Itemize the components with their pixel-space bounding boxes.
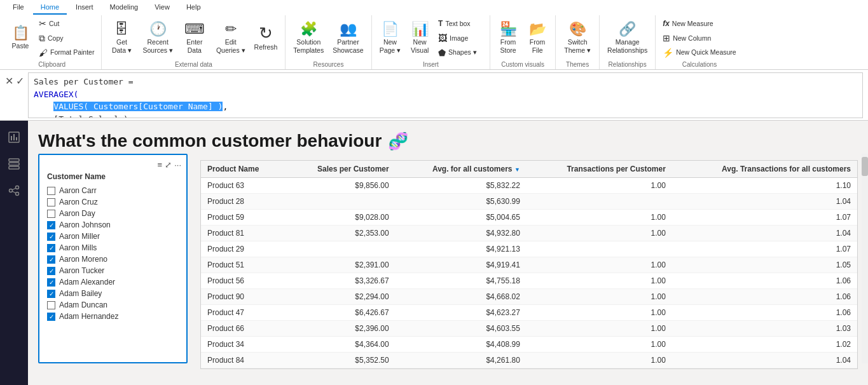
cut-button[interactable]: ✂ Cut: [36, 17, 97, 30]
new-quick-measure-button[interactable]: ⚡ New Quick Measure: [659, 46, 740, 59]
from-store-button[interactable]: 🏪 FromStore: [494, 17, 522, 60]
cell-avg: $5,004.65: [396, 210, 527, 226]
sidebar-icon-report[interactable]: [3, 126, 25, 149]
slicer-checkbox[interactable]: [47, 301, 55, 309]
svg-rect-3: [16, 137, 17, 140]
slicer-checkbox[interactable]: [47, 198, 55, 206]
text-box-button[interactable]: T Text box: [435, 17, 486, 30]
refresh-button[interactable]: ↻ Refresh: [251, 17, 282, 60]
get-data-button[interactable]: 🗄 GetData ▾: [106, 17, 137, 60]
tab-modeling[interactable]: Modeling: [102, 1, 146, 15]
slicer-checkbox[interactable]: ✓: [47, 290, 55, 298]
slicer-item[interactable]: Adam Duncan: [45, 299, 181, 311]
formula-confirm-button[interactable]: ✓: [16, 75, 24, 87]
slicer-item[interactable]: ✓Adam Bailey: [45, 288, 181, 299]
slicer-item-label: Aaron Johnson: [59, 220, 111, 229]
slicer-checkbox[interactable]: [47, 210, 55, 218]
slicer-item-label: Aaron Mills: [59, 243, 97, 252]
cell-product: Product 34: [201, 337, 285, 353]
cell-product: Product 51: [201, 257, 285, 273]
new-quick-measure-icon: ⚡: [663, 48, 673, 57]
tab-file[interactable]: File: [5, 1, 32, 15]
image-button[interactable]: 🖼 Image: [435, 32, 486, 44]
paste-label: Paste: [12, 42, 29, 50]
recent-sources-button[interactable]: 🕐 RecentSources ▾: [139, 17, 176, 60]
slicer-checkbox[interactable]: ✓: [47, 255, 55, 264]
scrollbar-thumb[interactable]: [862, 157, 868, 176]
slicer-item[interactable]: ✓Aaron Mills: [45, 242, 181, 253]
vertical-scrollbar[interactable]: [862, 154, 868, 363]
slicer-item[interactable]: Aaron Cruz: [45, 196, 181, 208]
tab-help[interactable]: Help: [179, 1, 209, 15]
tab-home[interactable]: Home: [33, 1, 67, 15]
slicer-more-icon[interactable]: ···: [174, 160, 181, 170]
new-page-button[interactable]: 📄 NewPage ▾: [376, 17, 404, 60]
slicer-item[interactable]: ✓Adam Hernandez: [45, 311, 181, 322]
cell-sales: $9,028.00: [285, 210, 395, 226]
slicer-item[interactable]: ✓Aaron Moreno: [45, 253, 181, 265]
solution-templates-button[interactable]: 🧩 SolutionTemplates: [289, 17, 327, 60]
slicer-item[interactable]: Aaron Carr: [45, 185, 181, 196]
page-title-text: What's the common customer behaviour: [38, 131, 382, 151]
cell-avg-trans: 1.10: [672, 178, 857, 194]
slicer-checkbox[interactable]: ✓: [47, 313, 55, 321]
new-visual-button[interactable]: 📊 NewVisual: [406, 17, 434, 60]
cell-avg: $4,668.02: [396, 289, 527, 305]
slicer-item[interactable]: ✓Adam Alexander: [45, 276, 181, 288]
new-column-button[interactable]: ⊞ New Column: [659, 32, 740, 44]
cell-avg: $4,603.55: [396, 321, 527, 337]
ribbon-content: 📋 Paste ✂ Cut ⧉ Copy 🖌 Format Painter: [0, 15, 868, 69]
from-file-button[interactable]: 📂 FromFile: [523, 17, 551, 60]
cell-trans: 1.00: [527, 226, 672, 241]
cell-sales: $6,426.67: [285, 305, 395, 321]
slicer-item[interactable]: ✓Aaron Johnson: [45, 219, 181, 231]
from-file-icon: 📂: [529, 22, 546, 36]
paste-button[interactable]: 📋 Paste: [6, 17, 34, 60]
copy-button[interactable]: ⧉ Copy: [36, 32, 97, 44]
slicer-checkbox[interactable]: ✓: [47, 267, 55, 275]
cell-avg-trans: 1.05: [672, 257, 857, 273]
slicer-item[interactable]: ✓Aaron Miller: [45, 231, 181, 242]
edit-queries-button[interactable]: ✏ EditQueries ▾: [212, 17, 249, 60]
slicer-checkbox[interactable]: [47, 187, 55, 195]
resources-group-label: Resources: [313, 61, 344, 68]
formula-editor[interactable]: Sales per Customer = AVERAGEX( VALUES( C…: [28, 72, 863, 118]
cell-avg: $4,919.41: [396, 257, 527, 273]
slicer-checkbox[interactable]: ✓: [47, 278, 55, 287]
enter-data-button[interactable]: ⌨ EnterData: [178, 17, 211, 60]
sidebar-icon-model[interactable]: [3, 179, 25, 202]
slicer-title: Customer Name: [45, 172, 181, 181]
cell-product: Product 63: [201, 178, 285, 194]
cell-trans: 1.00: [527, 353, 672, 368]
shapes-button[interactable]: ⬟ Shapes ▾: [435, 46, 486, 59]
slicer-item[interactable]: ✓Aaron Tucker: [45, 265, 181, 276]
col-avg-all-customers: Avg. for all customers ▼: [396, 161, 527, 178]
slicer-expand-icon[interactable]: ⤢: [165, 160, 172, 170]
sidebar-icon-data[interactable]: [3, 152, 25, 175]
cell-product: Product 84: [201, 353, 285, 368]
cell-avg-trans: 1.04: [672, 194, 857, 210]
slicer-item-label: Aaron Miller: [59, 232, 100, 241]
formula-cancel-button[interactable]: ✕: [5, 75, 13, 87]
new-column-label: New Column: [673, 34, 711, 43]
tab-view[interactable]: View: [147, 1, 177, 15]
switch-theme-button[interactable]: 🎨 SwitchTheme ▾: [560, 17, 595, 60]
formula-total-sales: [Total Sales] ): [53, 114, 128, 119]
slicer-item[interactable]: Aaron Day: [45, 208, 181, 219]
slicer-menu-icon[interactable]: ≡: [158, 160, 163, 170]
slicer-checkbox[interactable]: ✓: [47, 244, 55, 252]
table-row: Product 29$4,921.131.07: [201, 241, 857, 257]
format-painter-button[interactable]: 🖌 Format Painter: [36, 46, 97, 59]
themes-group-label: Themes: [566, 61, 589, 68]
partner-showcase-button[interactable]: 👥 PartnerShowcase: [329, 17, 367, 60]
manage-relationships-button[interactable]: 🔗 ManageRelationships: [603, 17, 651, 60]
relationships-group-label: Relationships: [609, 61, 647, 68]
tab-insert[interactable]: Insert: [68, 1, 101, 15]
new-measure-button[interactable]: fx New Measure: [659, 17, 740, 30]
svg-rect-4: [9, 159, 19, 161]
slicer-checkbox[interactable]: ✓: [47, 221, 55, 229]
slicer-checkbox[interactable]: ✓: [47, 233, 55, 241]
insert-group-label: Insert: [423, 61, 439, 68]
table-row: Product 81$2,353.00$4,932.801.001.04: [201, 226, 857, 241]
ribbon-group-relationships: 🔗 ManageRelationships Relationships: [600, 15, 656, 69]
